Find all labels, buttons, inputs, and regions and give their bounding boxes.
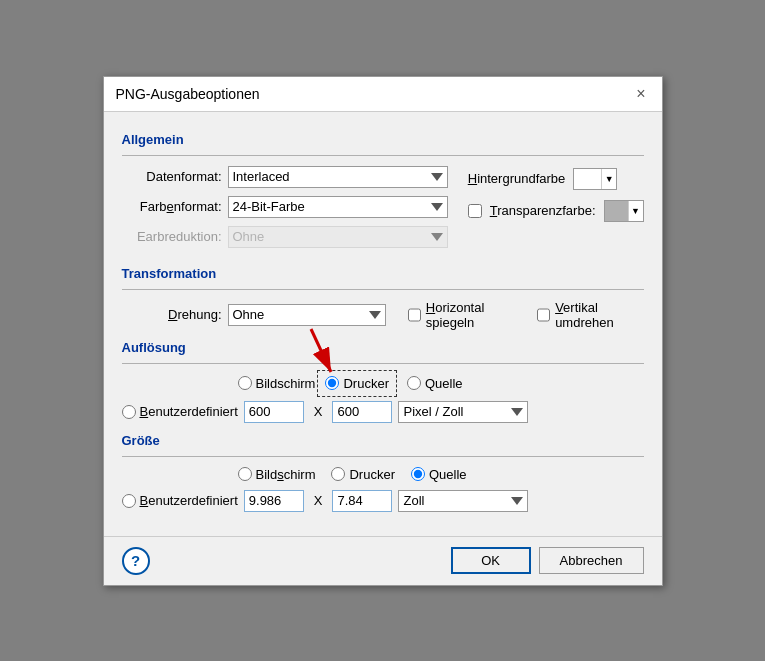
dialog: PNG-Ausgabeoptionen × Allgemein Datenfor…: [103, 76, 663, 586]
transparenzfarbe-swatch[interactable]: ▼: [604, 200, 644, 222]
grosse-quelle-label: Quelle: [429, 467, 467, 482]
footer-buttons: OK Abbrechen: [451, 547, 644, 574]
transparenzfarbe-arrow: ▼: [629, 201, 643, 221]
allgemein-right: Hintergrundfarbe ▼ Transparenzfarbe: ▼: [468, 166, 644, 256]
grosse-header: Größe: [122, 433, 644, 448]
auflosung-drucker-radio[interactable]: [325, 376, 339, 390]
earbreduktion-row: Earbreduktion: Ohne: [122, 226, 448, 248]
transformation-row: Drehung: Ohne 90° 180° 270° Horizontal s…: [122, 300, 644, 330]
transparenzfarbe-checkbox[interactable]: [468, 204, 482, 218]
auflosung-bildschirm-radio[interactable]: [238, 376, 252, 390]
grosse-quelle-radio[interactable]: [411, 467, 425, 481]
grosse-x-sep: X: [314, 493, 323, 508]
auflosung-quelle-option[interactable]: Quelle: [407, 376, 463, 391]
transparenzfarbe-color: [605, 201, 629, 221]
grosse-drucker-option[interactable]: Drucker: [331, 467, 395, 482]
hintergrundfarbe-label: Hintergrundfarbe: [468, 171, 566, 186]
auflosung-quelle-radio[interactable]: [407, 376, 421, 390]
allgemein-left: Datenformat: Interlaced Non-Interlaced F…: [122, 166, 448, 256]
vertikal-umdrehen-container: Vertikal umdrehen: [537, 300, 643, 330]
auflosung-drucker-label: Drucker: [343, 376, 389, 391]
transparenzfarbe-label: Transparenzfarbe:: [490, 203, 596, 218]
auflosung-x-input[interactable]: 600: [244, 401, 304, 423]
auflosung-bildschirm-label: Bildschirm: [256, 376, 316, 391]
grosse-unit-select[interactable]: Zoll cm mm: [398, 490, 528, 512]
grosse-custom-radio[interactable]: [122, 494, 136, 508]
auflosung-radios-row: Bildschirm Drucker: [122, 374, 644, 393]
auflosung-header: Auflösung: [122, 340, 644, 355]
hintergrundfarbe-swatch[interactable]: ▼: [573, 168, 617, 190]
grosse-bildschirm-radio[interactable]: [238, 467, 252, 481]
dialog-footer: ? OK Abbrechen: [104, 536, 662, 585]
transformation-header: Transformation: [122, 266, 644, 281]
grosse-drucker-radio[interactable]: [331, 467, 345, 481]
farbenformat-row: Farbenformat: 24-Bit-Farbe 8-Bit-Farbe G…: [122, 196, 448, 218]
grosse-bildschirm-label: Bildschirm: [256, 467, 316, 482]
auflosung-bildschirm-option[interactable]: Bildschirm: [238, 376, 316, 391]
grosse-drucker-label: Drucker: [349, 467, 395, 482]
grosse-bildschirm-option[interactable]: Bildschirm: [238, 467, 316, 482]
ok-button[interactable]: OK: [451, 547, 531, 574]
hintergrundfarbe-arrow: ▼: [602, 169, 616, 189]
auflosung-divider: [122, 363, 644, 364]
datenformat-select[interactable]: Interlaced Non-Interlaced: [228, 166, 448, 188]
auflosung-custom-row: Benutzerdefiniert 600 X 600 Pixel / Zoll…: [122, 401, 644, 423]
auflosung-unit-select[interactable]: Pixel / Zoll Pixel / cm: [398, 401, 528, 423]
auflosung-y-input[interactable]: 600: [332, 401, 392, 423]
auflosung-custom-label: Benutzerdefiniert: [140, 404, 238, 419]
grosse-custom-option[interactable]: Benutzerdefiniert: [122, 493, 238, 508]
dialog-body: Allgemein Datenformat: Interlaced Non-In…: [104, 112, 662, 536]
horizontal-spiegeln-container: Horizontal spiegeln: [408, 300, 519, 330]
vertikal-umdrehen-checkbox[interactable]: [537, 308, 550, 322]
earbreduktion-label: Earbreduktion:: [122, 229, 222, 244]
earbreduktion-select: Ohne: [228, 226, 448, 248]
transparenzfarbe-row: Transparenzfarbe: ▼: [468, 200, 644, 222]
auflosung-drucker-option[interactable]: Drucker: [321, 374, 393, 393]
auflosung-section: Auflösung Bildschirm Drucker: [122, 340, 644, 423]
auflosung-quelle-label: Quelle: [425, 376, 463, 391]
cancel-button[interactable]: Abbrechen: [539, 547, 644, 574]
vertikal-umdrehen-label: Vertikal umdrehen: [555, 300, 643, 330]
auflosung-drucker-container: Drucker: [321, 374, 393, 393]
horizontal-spiegeln-label: Horizontal spiegeln: [426, 300, 519, 330]
transformation-divider: [122, 289, 644, 290]
datenformat-label: Datenformat:: [122, 169, 222, 184]
transformation-section: Transformation Drehung: Ohne 90° 180° 27…: [122, 266, 644, 330]
farbenformat-select[interactable]: 24-Bit-Farbe 8-Bit-Farbe Graustufen: [228, 196, 448, 218]
grosse-custom-label: Benutzerdefiniert: [140, 493, 238, 508]
grosse-divider: [122, 456, 644, 457]
drehung-label: Drehung:: [122, 307, 222, 322]
dialog-title: PNG-Ausgabeoptionen: [116, 86, 260, 102]
grosse-y-input[interactable]: [332, 490, 392, 512]
grosse-radios-row: Bildschirm Drucker Quelle: [122, 467, 644, 482]
grosse-custom-row: Benutzerdefiniert X Zoll cm mm: [122, 490, 644, 512]
grosse-quelle-option[interactable]: Quelle: [411, 467, 467, 482]
help-button[interactable]: ?: [122, 547, 150, 575]
auflosung-x-sep: X: [314, 404, 323, 419]
auflosung-custom-option[interactable]: Benutzerdefiniert: [122, 404, 238, 419]
auflosung-custom-radio[interactable]: [122, 405, 136, 419]
title-bar: PNG-Ausgabeoptionen ×: [104, 77, 662, 112]
datenformat-row: Datenformat: Interlaced Non-Interlaced: [122, 166, 448, 188]
allgemein-divider: [122, 155, 644, 156]
hintergrundfarbe-color: [574, 169, 602, 189]
grosse-x-input[interactable]: [244, 490, 304, 512]
grosse-section: Größe Bildschirm Drucker Quelle: [122, 433, 644, 512]
allgemein-section: Allgemein Datenformat: Interlaced Non-In…: [122, 132, 644, 256]
allgemein-header: Allgemein: [122, 132, 644, 147]
horizontal-spiegeln-checkbox[interactable]: [408, 308, 421, 322]
hintergrundfarbe-row: Hintergrundfarbe ▼: [468, 168, 644, 190]
farbenformat-label: Farbenformat:: [122, 199, 222, 214]
close-button[interactable]: ×: [632, 85, 649, 103]
drehung-select[interactable]: Ohne 90° 180° 270°: [228, 304, 386, 326]
